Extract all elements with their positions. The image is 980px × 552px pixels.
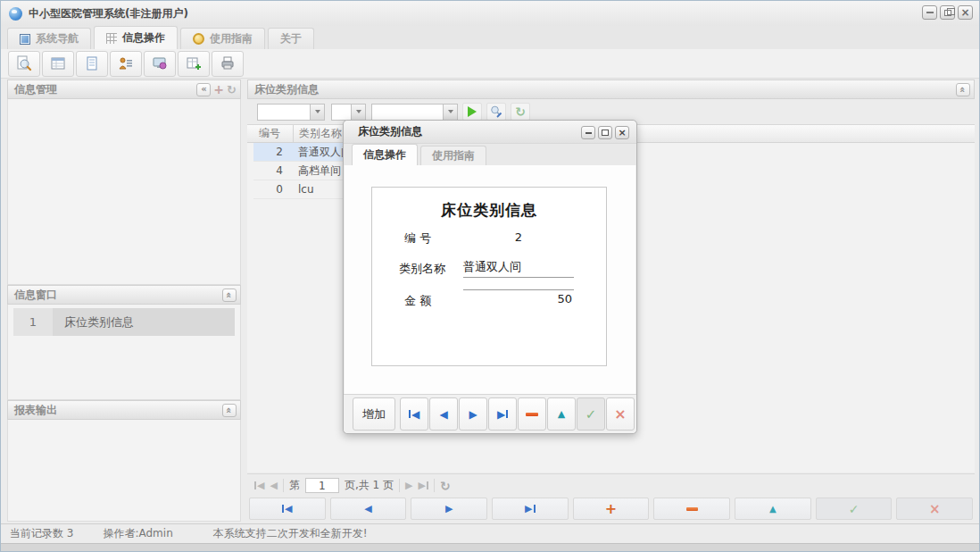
restore-button[interactable] <box>940 5 955 20</box>
tab-info-operation[interactable]: 信息操作 <box>94 26 178 49</box>
edit-record-button[interactable]: ▲ <box>735 498 811 520</box>
tab-label: 使用指南 <box>432 148 475 163</box>
minus-icon <box>686 507 698 511</box>
next-page-button[interactable]: ▶ <box>405 480 412 491</box>
chevron-down-icon <box>356 110 361 113</box>
filter-combo-3[interactable] <box>371 104 458 121</box>
dialog-tabstrip: 信息操作 使用指南 <box>344 144 636 165</box>
prev-record-button[interactable]: ◀ <box>330 498 407 520</box>
status-bar: 当前记录数 3 操作者:Admin 本系统支持二次开发和全新开发! <box>1 523 979 543</box>
delete-record-button[interactable] <box>653 498 730 520</box>
add-record-button[interactable]: + <box>573 498 650 520</box>
tab-user-guide[interactable]: 使用指南 <box>180 28 265 49</box>
collapse-up-button[interactable]: « <box>222 404 237 417</box>
printer-button[interactable] <box>212 51 244 77</box>
user-report-button[interactable] <box>110 51 142 77</box>
combo-dropdown-button[interactable] <box>351 105 365 120</box>
dialog-tab-info-operation[interactable]: 信息操作 <box>352 144 418 165</box>
next-record-button[interactable]: ▶ <box>459 397 487 431</box>
title-bar: 中小型医院管理系统(非注册用户) × <box>1 1 979 26</box>
cancel-button[interactable]: × <box>606 397 635 431</box>
edit-record-button[interactable]: ▲ <box>547 397 576 431</box>
page-label-prefix: 第 <box>289 478 300 493</box>
prev-record-button[interactable]: ◀ <box>429 397 458 431</box>
page-number-input[interactable] <box>305 478 339 493</box>
amount-field-input[interactable]: 50 <box>463 289 574 305</box>
dialog-close-button[interactable]: × <box>615 126 629 139</box>
form-title: 床位类别信息 <box>372 200 606 221</box>
id-field-label: 编 号 <box>404 230 431 247</box>
chevron-up-icon: « <box>224 291 234 297</box>
triangle-up-icon: ▲ <box>558 408 565 420</box>
table-add-icon <box>185 54 203 72</box>
cell-id: 2 <box>253 143 294 161</box>
first-record-button[interactable]: ◀ <box>400 397 428 431</box>
close-icon: × <box>618 128 626 138</box>
restore-icon <box>944 10 951 16</box>
column-header-id[interactable]: 编号 <box>253 125 294 142</box>
report-output-header: 报表输出 « <box>7 400 241 420</box>
chevron-up-icon: « <box>224 406 234 413</box>
list-item[interactable]: 1 床位类别信息 <box>13 308 235 336</box>
collapse-up-button[interactable]: « <box>956 83 970 96</box>
check-icon: ✓ <box>586 406 597 422</box>
filter-combo-1[interactable] <box>257 104 325 121</box>
last-record-button[interactable]: ▶ <box>488 397 517 431</box>
confirm-button[interactable]: ✓ <box>577 397 605 431</box>
table-view-icon <box>49 54 67 72</box>
minimize-button[interactable] <box>922 5 937 20</box>
confirm-button[interactable]: ✓ <box>816 498 893 520</box>
table-view-button[interactable] <box>42 51 74 77</box>
add-icon[interactable]: + <box>213 82 224 96</box>
info-window-list: 1 床位类别信息 <box>7 305 241 400</box>
next-icon: ▶ <box>445 503 453 514</box>
collapse-up-button[interactable]: « <box>222 289 237 302</box>
info-management-header: 信息管理 « + ↻ <box>7 79 241 99</box>
dialog-body: 床位类别信息 编 号 2 类别名称 普通双人间 金 额 50 <box>345 165 635 394</box>
last-record-button[interactable]: ▶ <box>492 498 569 520</box>
first-record-button[interactable]: ◀ <box>249 498 326 520</box>
dialog-tab-user-guide[interactable]: 使用指南 <box>420 146 486 165</box>
collapse-left-button[interactable]: « <box>196 83 211 96</box>
id-field-value: 2 <box>463 230 574 244</box>
document-button[interactable] <box>76 51 108 77</box>
combo-dropdown-button[interactable] <box>443 105 457 120</box>
plus-icon: + <box>605 502 617 516</box>
tab-about[interactable]: 关于 <box>268 28 314 49</box>
first-page-button[interactable]: ◀ <box>254 480 264 491</box>
prev-page-button[interactable]: ◀ <box>270 480 277 491</box>
cancel-button[interactable]: × <box>896 498 973 520</box>
bed-category-header: 床位类别信息 « <box>247 79 975 99</box>
refresh-icon[interactable]: ↻ <box>227 83 237 96</box>
dialog-minimize-button[interactable] <box>581 126 595 139</box>
dialog-maximize-button[interactable] <box>598 126 612 139</box>
close-icon: × <box>960 7 969 18</box>
last-icon: ▶ <box>525 503 535 514</box>
dialog-button-bar: 增加 ◀ ◀ ▶ ▶ ▲ ✓ × <box>344 394 636 433</box>
close-button[interactable]: × <box>958 5 973 20</box>
monitor-chart-button[interactable] <box>144 51 176 77</box>
tab-label: 系统导航 <box>36 31 79 46</box>
filter-combo-2[interactable] <box>331 104 366 121</box>
search-records-button[interactable] <box>8 51 40 77</box>
combo-dropdown-button[interactable] <box>310 105 324 120</box>
search-edit-button[interactable] <box>486 103 506 121</box>
document-icon <box>83 54 101 72</box>
tab-system-navigation[interactable]: 系统导航 <box>7 28 91 49</box>
info-management-title: 信息管理 <box>14 82 57 97</box>
table-add-button[interactable] <box>178 51 210 77</box>
refresh-grid-button[interactable]: ↻ <box>511 103 530 121</box>
record-form: 床位类别信息 编 号 2 类别名称 普通双人间 金 额 50 <box>371 187 607 366</box>
info-management-tree[interactable] <box>7 99 241 285</box>
name-field-input[interactable]: 普通双人间 <box>463 259 574 278</box>
execute-query-button[interactable] <box>462 103 482 121</box>
last-page-button[interactable]: ▶ <box>418 480 428 491</box>
chevron-down-icon <box>315 110 320 113</box>
add-button[interactable]: 增加 <box>353 397 395 431</box>
refresh-page-icon[interactable]: ↻ <box>440 479 451 493</box>
record-count-status: 当前记录数 3 <box>10 526 73 541</box>
next-record-button[interactable]: ▶ <box>411 498 487 520</box>
delete-record-button[interactable] <box>518 397 546 431</box>
window-title: 中小型医院管理系统(非注册用户) <box>29 6 188 21</box>
cell-id: 0 <box>253 180 294 198</box>
